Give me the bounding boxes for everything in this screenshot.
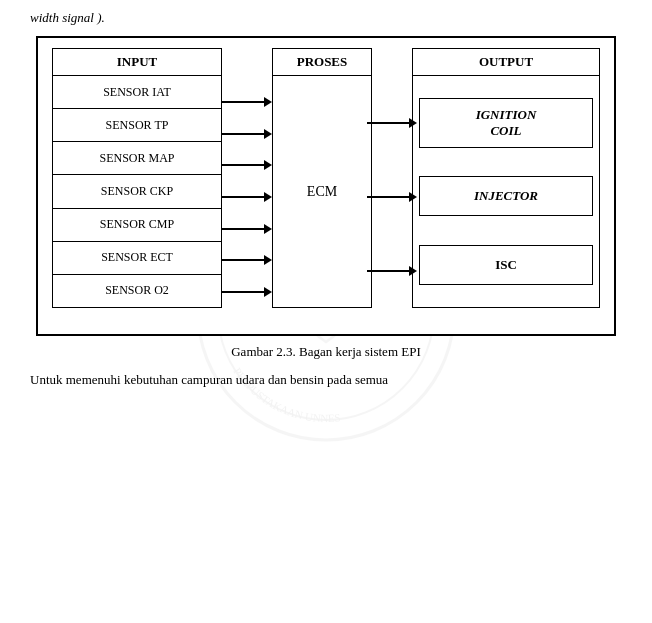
output-injector: INJECTOR [419,176,593,216]
arrow-5 [222,224,272,234]
out-arrow-3 [367,266,417,276]
diagram-caption: Gambar 2.3. Bagan kerja sistem EPI [30,344,622,360]
sensor-tp: SENSOR TP [53,109,221,142]
proses-column: PROSES ECM [272,48,372,308]
sensor-ckp: SENSOR CKP [53,175,221,208]
arrow-3 [222,160,272,170]
bottom-text: Untuk memenuhi kebutuhan campuran udara … [30,370,622,390]
output-body: IGNITIONCOIL INJECTOR ISC [413,76,599,307]
arrow-6 [222,255,272,265]
input-rows: SENSOR IAT SENSOR TP SENSOR MAP SENSOR C… [53,76,221,307]
sensor-cmp: SENSOR CMP [53,209,221,242]
output-ignition-coil: IGNITIONCOIL [419,98,593,148]
diagram-area: INPUT SENSOR IAT SENSOR TP SENSOR MAP SE… [30,36,622,336]
proses-header: PROSES [273,49,371,76]
input-column: INPUT SENSOR IAT SENSOR TP SENSOR MAP SE… [52,48,222,308]
top-text: width signal ). [30,10,622,26]
sensor-iat: SENSOR IAT [53,76,221,109]
output-column: OUTPUT IGNITIONCOIL INJECTOR ISC [412,48,600,308]
input-arrows-area [222,48,272,308]
output-isc: ISC [419,245,593,285]
arrow-7 [222,287,272,297]
sensor-ect: SENSOR ECT [53,242,221,275]
proses-body: ECM [273,76,371,307]
diagram-inner: INPUT SENSOR IAT SENSOR TP SENSOR MAP SE… [52,48,600,308]
sensor-o2: SENSOR O2 [53,275,221,307]
arrow-4 [222,192,272,202]
output-header: OUTPUT [413,49,599,76]
page-container: UNIVERSITAS NEGERI SEMARANG PERPUSTAKAAN… [0,0,652,623]
arrow-2 [222,129,272,139]
input-header: INPUT [53,49,221,76]
output-arrows-area [372,48,412,308]
sensor-map: SENSOR MAP [53,142,221,175]
out-arrow-1 [367,118,417,128]
arrow-1 [222,97,272,107]
diagram-wrapper: INPUT SENSOR IAT SENSOR TP SENSOR MAP SE… [36,36,616,336]
out-arrow-2 [367,192,417,202]
